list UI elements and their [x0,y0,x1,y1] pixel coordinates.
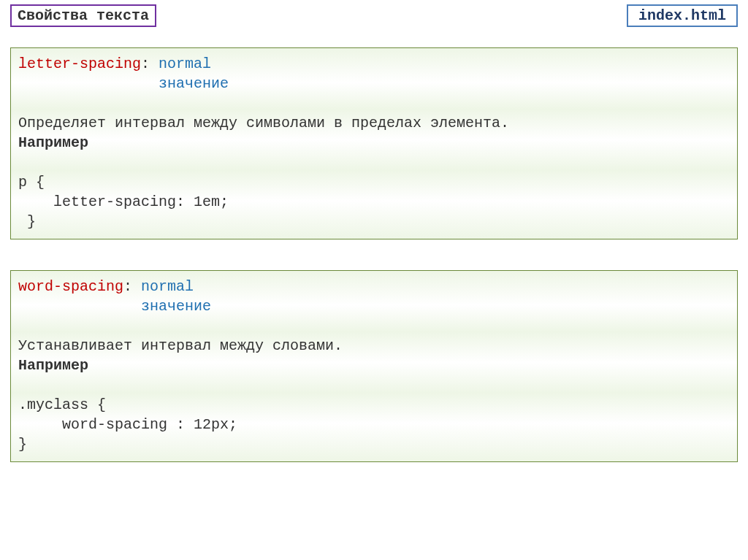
header-row: Свойства текста index.html [0,0,748,27]
css-property-name: word-spacing [18,278,123,295]
example-label: Например [18,134,88,151]
code-line: } [18,436,27,453]
code-line: p { [18,174,45,191]
example-label: Например [18,357,88,374]
css-value-alt: значение [159,75,229,92]
colon: : [123,278,141,295]
colon: : [141,55,159,72]
css-value-normal: normal [141,278,194,295]
property-panel-word-spacing: word-spacing: normal значение Устанавлив… [10,270,738,462]
property-panel-letter-spacing: letter-spacing: normal значение Определя… [10,47,738,239]
value2-indent [18,298,141,315]
code-line: } [18,213,36,230]
property-description: Определяет интервал между символами в пр… [18,115,509,131]
value2-indent [18,75,159,92]
code-line: word-spacing : 12px; [18,416,237,433]
filename-label: index.html [627,4,738,27]
page-title: Свойства текста [10,4,156,27]
code-line: letter-spacing: 1em; [18,193,229,210]
css-property-name: letter-spacing [18,55,141,72]
css-value-alt: значение [141,298,211,315]
css-value-normal: normal [159,55,211,72]
code-line: .myclass { [18,396,106,413]
property-description: Устанавливает интервал между словами. [18,337,343,354]
